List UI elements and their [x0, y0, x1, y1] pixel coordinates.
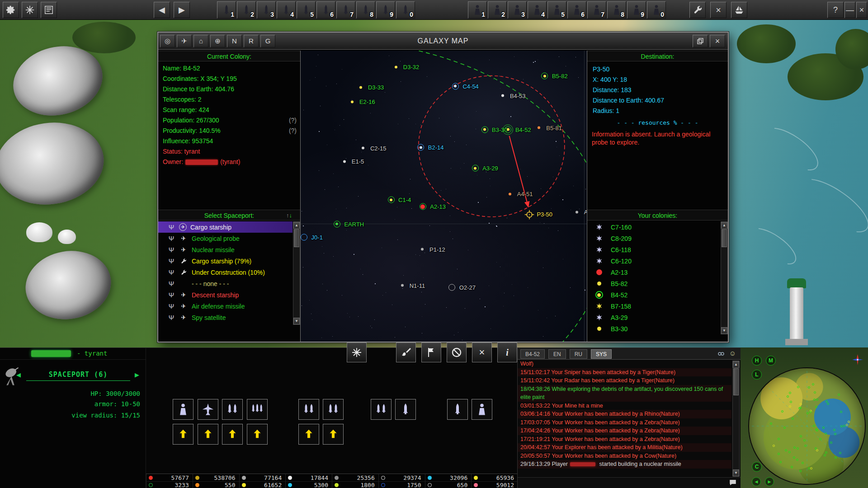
spaceport-item[interactable]: ΨUnder Construction (10%)	[158, 267, 292, 278]
spaceport-item[interactable]: ΨCargo starship (79%)	[158, 255, 292, 267]
log-scrollbar[interactable]: ▲ ▼	[732, 361, 740, 477]
map-object-d3-33[interactable]: D3-33	[356, 84, 384, 91]
next-unit-button[interactable]: ▶	[135, 371, 139, 378]
minimize-button[interactable]: —	[844, 2, 855, 18]
maximize-window-icon[interactable]	[693, 35, 708, 47]
wrench-icon[interactable]	[689, 2, 706, 18]
log-tab-ru[interactable]: RU	[570, 349, 587, 359]
map-object-b4-52[interactable]: B4-52	[503, 126, 531, 133]
fleet-slot-button[interactable]: 2	[237, 1, 256, 19]
map-object-d3-32[interactable]: D3-32	[391, 64, 419, 70]
colony-list-item[interactable]: B5-82	[587, 278, 720, 289]
galaxy-star-map[interactable]: D3-32D3-33E2-16C4-54B5-82B4-53B3-30B4-52…	[301, 51, 587, 342]
sort-arrows[interactable]: ↑↓	[286, 210, 292, 221]
fleet-slot-button[interactable]: 7	[336, 1, 355, 19]
spaceport-item[interactable]: Ψ✈Geological probe	[158, 233, 292, 244]
map-object-b5-81[interactable]: B5-81	[534, 124, 562, 131]
forbid-button[interactable]	[447, 343, 467, 362]
minimap[interactable]	[748, 367, 866, 485]
map-object-b4-53[interactable]: B4-53	[498, 92, 526, 99]
map-object-a2-13[interactable]: A2-13	[418, 203, 446, 210]
galaxy-window-titlebar[interactable]: ◎ ✈ ⌂ ⊕ N R G GALAXY MAP ×	[158, 33, 728, 50]
reports-list-icon[interactable]	[41, 2, 57, 18]
ship-icon[interactable]	[731, 2, 747, 18]
spaceport-item[interactable]: Ψ✈Descent starship	[158, 289, 292, 300]
unit-rocket2-button[interactable]	[222, 399, 243, 420]
agent-slot-button[interactable]: 5	[547, 1, 566, 19]
spaceport-item[interactable]: Ψ- - - none - - -	[158, 278, 292, 289]
agent-slot-button[interactable]: 1	[468, 1, 487, 19]
map-object-b2-14[interactable]: B2-14	[416, 144, 444, 151]
unit-person-button[interactable]	[472, 399, 492, 420]
chat-bubble-icon[interactable]	[729, 479, 737, 487]
unit-rocket1-button[interactable]	[395, 399, 416, 420]
prev-unit-button[interactable]: ◀	[16, 371, 21, 378]
spaceport-scrollbar[interactable]: ▲ ▼	[293, 221, 300, 325]
unit-person-button[interactable]	[173, 399, 193, 420]
r-mode-button[interactable]: R	[244, 35, 259, 47]
scroll-down-icon[interactable]: ▼	[293, 318, 300, 324]
n-mode-button[interactable]: N	[227, 35, 242, 47]
minimap-next-button[interactable]: ▶	[765, 477, 774, 486]
colony-list-item[interactable]: C7-160	[587, 221, 720, 233]
cancel-x-button[interactable]: ×	[472, 343, 492, 362]
help-button[interactable]: ?	[827, 2, 844, 18]
load-arrow-button[interactable]	[298, 424, 319, 445]
minimap-l-button[interactable]: L	[752, 370, 762, 380]
effects-snowflake-button[interactable]	[347, 343, 367, 362]
unit-jet-button[interactable]	[198, 399, 218, 420]
minimap-h-button[interactable]: H	[752, 356, 762, 366]
agent-slot-button[interactable]: 3	[508, 1, 527, 19]
map-object-b5-82[interactable]: B5-82	[540, 73, 568, 80]
map-object-c1-4[interactable]: C1-4	[386, 197, 411, 203]
close-button[interactable]: ×	[856, 2, 867, 18]
fleet-slot-button[interactable]: 1	[217, 1, 236, 19]
spaceport-item[interactable]: Ψ✈Cargo starship	[158, 221, 292, 233]
home-icon[interactable]: ⌂	[193, 35, 208, 47]
colony-list-item[interactable]: B7-158	[587, 300, 720, 312]
dismiss-x-icon[interactable]: ×	[710, 2, 726, 18]
fleet-slot-button[interactable]: 3	[257, 1, 276, 19]
agent-slot-button[interactable]: 6	[567, 1, 586, 19]
scroll-thumb[interactable]	[294, 229, 299, 247]
effects-snowflake-icon[interactable]	[22, 2, 38, 18]
log-tab-en[interactable]: EN	[548, 349, 566, 359]
compass-icon[interactable]	[852, 354, 863, 366]
fleet-slot-button[interactable]: 0	[396, 1, 415, 19]
minimap-c-button[interactable]: C	[752, 462, 762, 472]
back-button[interactable]: ◀	[154, 2, 170, 18]
load-arrow-button[interactable]	[222, 424, 243, 445]
colony-list-item[interactable]: C6-118	[587, 244, 720, 255]
unit-rocket3-button[interactable]	[247, 399, 268, 420]
fleet-mode-icon[interactable]: ✈	[177, 35, 192, 47]
info-button[interactable]: i	[497, 343, 517, 362]
agent-slot-button[interactable]: 7	[587, 1, 606, 19]
unit-rocket1-button[interactable]	[447, 399, 468, 420]
map-object-o2-27[interactable]: O2-27	[447, 284, 476, 291]
map-object-a5[interactable]: A5	[572, 209, 587, 216]
map-object-e2-16[interactable]: E2-16	[347, 99, 375, 105]
minimap-m-button[interactable]: M	[766, 356, 776, 366]
g-refresh-button[interactable]: G	[260, 35, 275, 47]
colony-list-item[interactable]: A3-29	[587, 312, 720, 323]
smiley-icon[interactable]: ☺	[729, 349, 736, 357]
flag-button[interactable]	[421, 343, 441, 362]
agent-slot-button[interactable]: 9	[627, 1, 646, 19]
unit-rocket2-button[interactable]	[371, 399, 392, 420]
link-icon[interactable]	[717, 350, 725, 358]
repair-brush-button[interactable]	[396, 343, 416, 362]
hint-question[interactable]: (?)	[289, 115, 297, 126]
colony-list-item[interactable]: B3-30	[587, 323, 720, 334]
settings-gear-icon[interactable]	[3, 2, 19, 18]
scroll-thumb[interactable]	[733, 368, 739, 395]
minimap-prev-button[interactable]: ◀	[752, 477, 761, 486]
map-object-c2-15[interactable]: C2-15	[358, 145, 386, 151]
load-arrow-button[interactable]	[323, 424, 344, 445]
load-arrow-button[interactable]	[247, 424, 268, 445]
scroll-up-icon[interactable]: ▲	[293, 222, 300, 229]
spaceport-item[interactable]: Ψ✈Air defense missile	[158, 300, 292, 312]
map-object-n1-11[interactable]: N1-11	[397, 282, 425, 289]
unit-rocket2-button[interactable]	[298, 399, 319, 420]
close-window-icon[interactable]: ×	[710, 35, 725, 47]
center-crosshair-icon[interactable]: ⊕	[210, 35, 225, 47]
